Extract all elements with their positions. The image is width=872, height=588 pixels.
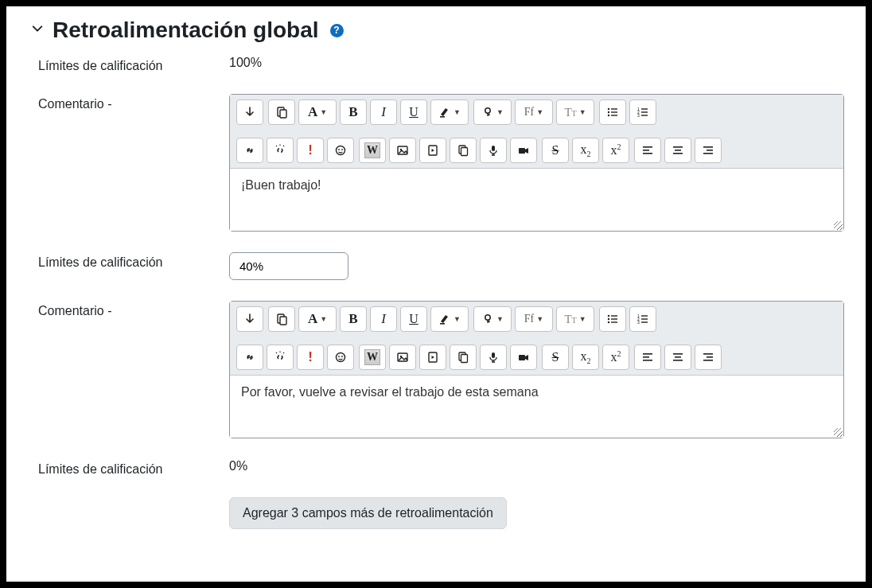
boundary-mid-input[interactable] <box>229 252 348 280</box>
font-style-dropdown[interactable]: A▼ <box>298 306 337 332</box>
svg-rect-61 <box>643 353 652 355</box>
unlink-icon[interactable] <box>267 138 294 163</box>
row-comment-2: Comentario - A▼ B I U ▼ ▼ <box>30 301 850 438</box>
font-style-dropdown[interactable]: A▼ <box>298 99 337 125</box>
editor-content-2[interactable]: Por favor, vuelve a revisar el trabajo d… <box>230 376 843 438</box>
microphone-icon[interactable] <box>480 138 507 163</box>
files-icon[interactable] <box>450 138 477 163</box>
bullet-list-icon[interactable] <box>599 99 626 125</box>
video-file-icon[interactable] <box>419 345 446 370</box>
help-icon[interactable]: ? <box>330 24 344 37</box>
unlink-icon[interactable] <box>267 345 294 370</box>
numbered-list-icon[interactable]: 123 <box>629 99 656 125</box>
svg-rect-15 <box>641 115 648 115</box>
svg-rect-63 <box>643 360 652 361</box>
link-icon[interactable] <box>236 345 263 370</box>
resize-handle-icon[interactable] <box>834 221 842 229</box>
align-center-icon[interactable] <box>664 345 691 370</box>
svg-rect-46 <box>641 315 648 316</box>
svg-rect-9 <box>611 115 617 115</box>
rich-text-editor-1: A▼ B I U ▼ ▼ Ff▼ TT▼ 123 <box>229 94 844 232</box>
word-icon[interactable]: W <box>359 138 386 163</box>
strikethrough-icon[interactable]: S <box>542 138 569 163</box>
superscript-icon[interactable]: x2 <box>602 345 629 370</box>
align-left-icon[interactable] <box>634 138 661 163</box>
svg-rect-36 <box>280 317 286 325</box>
underline-icon[interactable]: U <box>400 306 427 332</box>
svg-rect-65 <box>675 356 681 358</box>
image-icon[interactable] <box>389 345 416 370</box>
warning-icon[interactable]: ! <box>297 138 324 163</box>
svg-rect-25 <box>519 148 525 154</box>
bold-icon[interactable]: B <box>340 99 367 125</box>
svg-point-17 <box>338 149 340 150</box>
link-icon[interactable] <box>236 138 263 163</box>
files-icon[interactable] <box>450 345 477 370</box>
svg-rect-24 <box>492 146 495 151</box>
paste-icon[interactable] <box>268 306 295 332</box>
expand-icon[interactable] <box>236 306 263 332</box>
strikethrough-icon[interactable]: S <box>542 345 569 370</box>
svg-rect-30 <box>675 150 681 151</box>
font-size-dropdown[interactable]: TT▼ <box>556 99 594 125</box>
label-comment: Comentario - <box>30 94 229 111</box>
label-boundary: Límites de calificación <box>30 56 229 73</box>
svg-point-38 <box>485 315 490 320</box>
bullet-list-icon[interactable] <box>599 306 626 332</box>
bold-icon[interactable]: B <box>340 306 367 332</box>
font-size-dropdown[interactable]: TT▼ <box>556 306 594 332</box>
svg-rect-40 <box>611 315 617 316</box>
svg-rect-64 <box>673 353 683 355</box>
editor-content-1[interactable]: ¡Buen trabajo! <box>230 169 843 231</box>
font-family-dropdown[interactable]: Ff▼ <box>515 99 553 125</box>
microphone-icon[interactable] <box>480 345 507 370</box>
align-right-icon[interactable] <box>695 345 722 370</box>
row-add-more: Agregar 3 campos más de retroalimentació… <box>30 497 850 529</box>
svg-rect-11 <box>641 108 648 109</box>
paste-icon[interactable] <box>268 99 295 125</box>
label-boundary: Límites de calificación <box>30 252 229 270</box>
italic-icon[interactable]: I <box>370 306 397 332</box>
svg-rect-2 <box>440 116 445 118</box>
subscript-icon[interactable]: x2 <box>572 345 599 370</box>
italic-icon[interactable]: I <box>370 99 397 125</box>
camera-icon[interactable] <box>510 345 537 370</box>
label-boundary: Límites de calificación <box>30 459 229 477</box>
row-comment-1: Comentario - A▼ B I U ▼ <box>30 94 850 232</box>
superscript-icon[interactable]: x2 <box>602 138 629 163</box>
svg-rect-69 <box>703 360 713 361</box>
word-icon[interactable]: W <box>359 345 386 370</box>
emoji-icon[interactable] <box>327 345 354 370</box>
font-color-dropdown[interactable]: ▼ <box>473 99 512 125</box>
font-color-dropdown[interactable]: ▼ <box>473 306 512 332</box>
numbered-list-icon[interactable]: 123 <box>629 306 656 332</box>
image-icon[interactable] <box>389 138 416 163</box>
resize-handle-icon[interactable] <box>834 428 842 436</box>
emoji-icon[interactable] <box>327 138 354 163</box>
svg-rect-67 <box>703 353 713 355</box>
camera-icon[interactable] <box>510 138 537 163</box>
boundary-bottom-value: 0% <box>229 459 247 473</box>
add-feedback-button[interactable]: Agregar 3 campos más de retroalimentació… <box>229 497 507 529</box>
highlight-dropdown[interactable]: ▼ <box>430 306 469 332</box>
svg-rect-50 <box>641 321 648 322</box>
section-header[interactable]: Retroalimentación global ? <box>30 18 850 43</box>
align-right-icon[interactable] <box>695 138 722 163</box>
video-file-icon[interactable] <box>419 138 446 163</box>
align-left-icon[interactable] <box>634 345 661 370</box>
svg-rect-58 <box>461 355 468 363</box>
svg-point-3 <box>485 108 490 113</box>
align-center-icon[interactable] <box>664 138 691 163</box>
highlight-dropdown[interactable]: ▼ <box>430 99 469 125</box>
warning-icon[interactable]: ! <box>297 345 324 370</box>
label-comment: Comentario - <box>30 301 229 318</box>
svg-rect-48 <box>641 318 648 319</box>
font-family-dropdown[interactable]: Ff▼ <box>515 306 553 332</box>
rich-text-editor-2: A▼ B I U ▼ ▼ Ff▼ TT▼ 123 <box>229 301 844 438</box>
page-container: Retroalimentación global ? Límites de ca… <box>3 3 869 585</box>
subscript-icon[interactable]: x2 <box>572 138 599 163</box>
svg-rect-60 <box>519 355 525 360</box>
expand-icon[interactable] <box>236 99 263 125</box>
underline-icon[interactable]: U <box>400 99 427 125</box>
svg-rect-7 <box>611 111 617 112</box>
